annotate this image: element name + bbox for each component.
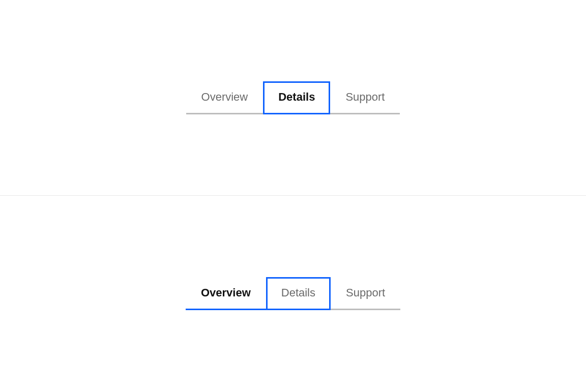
tabs-example-1: Overview Details Support	[0, 0, 586, 196]
tab-details[interactable]: Details	[266, 277, 331, 310]
tab-overview[interactable]: Overview	[186, 277, 266, 310]
tab-details[interactable]: Details	[263, 81, 330, 114]
tab-overview[interactable]: Overview	[186, 81, 263, 114]
tab-support[interactable]: Support	[330, 81, 400, 114]
tab-support[interactable]: Support	[331, 277, 400, 310]
tab-list: Overview Details Support	[186, 277, 400, 310]
tab-list: Overview Details Support	[186, 81, 400, 114]
tabs-example-2: Overview Details Support	[0, 196, 586, 391]
